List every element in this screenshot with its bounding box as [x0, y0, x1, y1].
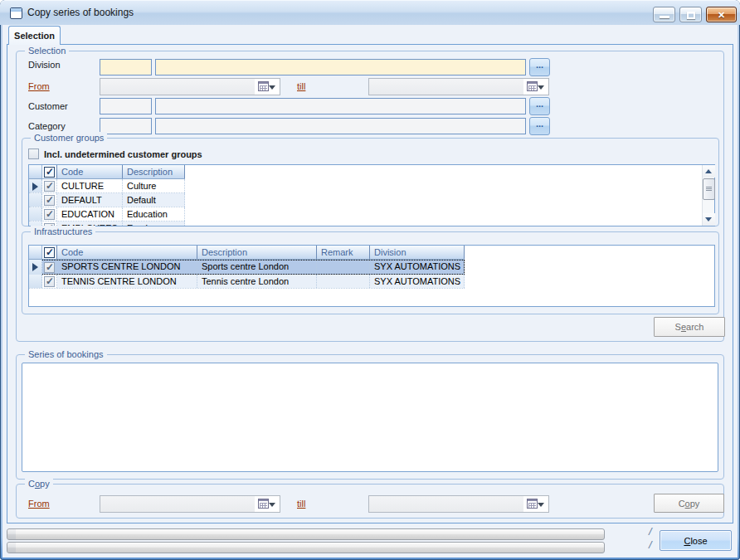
arrow-down-icon — [705, 217, 712, 222]
progress-bar-2 — [7, 542, 605, 553]
copy-button[interactable]: Copy — [654, 494, 724, 513]
grid-row[interactable]: ✓ CULTURE Culture — [29, 179, 185, 193]
copy-from-date-input[interactable] — [100, 495, 280, 513]
cell-code: CULTURE — [57, 179, 123, 192]
copy-from-date-value[interactable] — [100, 496, 256, 512]
customer-browse-button[interactable]: ... — [529, 97, 550, 115]
cell-code: DEFAULT — [57, 193, 123, 207]
selection-group: Selection Division ... From till Custome… — [16, 51, 724, 342]
dropdown-arrow-icon — [269, 85, 275, 90]
select-all-checkbox[interactable]: ✓ — [42, 246, 57, 259]
vertical-scrollbar[interactable] — [702, 165, 714, 226]
calendar-icon — [527, 499, 538, 509]
scroll-down-button[interactable] — [703, 213, 715, 226]
copy-till-link-label[interactable]: till — [297, 499, 305, 509]
cell-code: TENNIS CENTRE LONDON — [57, 275, 197, 288]
from-date-value[interactable] — [100, 79, 256, 95]
cell-description: Default — [123, 193, 185, 207]
cell-description: Sports centre London — [197, 260, 317, 275]
from-link-label[interactable]: From — [28, 81, 50, 91]
division-label: Division — [28, 60, 61, 70]
scroll-up-button[interactable] — [703, 165, 715, 178]
cell-code: EDUCATION — [57, 207, 123, 221]
column-header-code[interactable]: Code — [57, 165, 123, 178]
category-browse-button[interactable]: ... — [529, 117, 550, 135]
minimize-button[interactable] — [653, 7, 675, 22]
close-icon: ✕ — [707, 10, 736, 21]
series-of-bookings-panel[interactable] — [22, 363, 718, 472]
customer-groups-grid: ✓ Code Description ✓ CULTURE Culture ✓ D… — [28, 164, 715, 226]
row-checkbox[interactable]: ✓ — [42, 193, 57, 207]
grid-row[interactable]: ✓ TENNIS CENTRE LONDON Tennis centre Lon… — [29, 275, 465, 289]
till-link-label[interactable]: till — [297, 81, 305, 91]
series-of-bookings-label: Series of bookings — [25, 348, 107, 360]
grid-row-selected[interactable]: ✓ SPORTS CENTRE LONDON Sports centre Lon… — [29, 260, 465, 275]
title-bar: Copy series of bookings ✕ — [0, 0, 740, 25]
row-checkbox[interactable]: ✓ — [42, 260, 57, 275]
row-indicator — [29, 275, 42, 288]
cell-division: SYX AUTOMATIONS — [370, 275, 465, 288]
customer-label: Customer — [28, 101, 68, 111]
cell-remark — [317, 260, 370, 275]
select-all-checkbox[interactable]: ✓ — [42, 165, 57, 178]
row-indicator — [29, 193, 42, 207]
scrollbar-thumb[interactable] — [703, 178, 715, 200]
window-title: Copy series of bookings — [27, 7, 134, 18]
copy-group: Copy From till Copy — [16, 484, 724, 519]
minimize-icon — [660, 16, 669, 18]
cell-description: Culture — [123, 179, 185, 192]
category-name-input[interactable] — [155, 118, 526, 134]
till-date-value[interactable] — [369, 79, 524, 95]
row-checkbox[interactable]: ✓ — [42, 207, 57, 221]
row-checkbox[interactable]: ✓ — [42, 179, 57, 192]
close-button[interactable]: Close — [660, 530, 732, 551]
copy-till-date-value[interactable] — [369, 496, 524, 512]
series-of-bookings-group: Series of bookings — [16, 354, 724, 480]
category-code-input[interactable] — [100, 118, 152, 134]
till-date-input[interactable] — [368, 78, 549, 95]
calendar-icon — [258, 499, 269, 509]
copy-from-link-label[interactable]: From — [28, 499, 50, 509]
from-date-picker-button[interactable] — [255, 79, 280, 95]
window-icon — [10, 7, 22, 19]
dropdown-arrow-icon — [269, 503, 275, 507]
tab-selection[interactable]: Selection — [8, 26, 61, 45]
include-undetermined-checkbox[interactable] — [28, 149, 39, 159]
column-header-code[interactable]: Code — [57, 246, 197, 259]
maximize-icon — [687, 12, 695, 19]
maximize-button[interactable] — [679, 7, 702, 22]
cell-description: Employees — [123, 222, 185, 226]
cell-code: SPORTS CENTRE LONDON — [57, 260, 197, 275]
column-header-description[interactable]: Description — [197, 246, 317, 259]
copy-till-date-input[interactable] — [368, 495, 549, 513]
division-browse-button[interactable]: ... — [529, 58, 550, 76]
from-date-input[interactable] — [100, 78, 280, 95]
grid-row[interactable]: ✓ DEFAULT Default — [29, 193, 185, 207]
dialog-window: Copy series of bookings ✕ Selection Sele… — [0, 0, 740, 560]
close-window-button[interactable]: ✕ — [706, 7, 737, 22]
division-name-input[interactable] — [155, 59, 526, 75]
column-header-remark[interactable]: Remark — [317, 246, 370, 259]
grid-header-row: ✓ Code Description — [29, 165, 185, 179]
column-header-division[interactable]: Division — [370, 246, 465, 259]
dropdown-arrow-icon — [538, 503, 544, 507]
customer-code-input[interactable] — [100, 98, 152, 114]
till-date-picker-button[interactable] — [523, 79, 548, 95]
current-row-indicator — [29, 260, 42, 275]
infrastructures-group: Infrastructures ✓ Code Description Remar… — [22, 231, 719, 314]
infrastructures-label: Infrastructures — [31, 226, 95, 237]
search-button[interactable]: Search — [654, 317, 725, 337]
copy-from-date-picker-button[interactable] — [255, 496, 280, 512]
grid-row[interactable]: ✓ EDUCATION Education — [29, 207, 185, 222]
copy-till-date-picker-button[interactable] — [523, 496, 548, 512]
copy-group-label: Copy — [25, 478, 53, 489]
customer-groups-group: Customer groups Incl. undetermined custo… — [22, 138, 719, 226]
row-checkbox[interactable]: ✓ — [42, 275, 57, 288]
customer-name-input[interactable] — [155, 98, 526, 114]
category-label: Category — [28, 121, 66, 131]
dropdown-arrow-icon — [538, 85, 544, 90]
cell-remark — [317, 275, 370, 288]
division-code-input[interactable] — [100, 59, 152, 75]
column-header-description[interactable]: Description — [123, 165, 185, 178]
cell-division: SYX AUTOMATIONS — [370, 260, 465, 275]
